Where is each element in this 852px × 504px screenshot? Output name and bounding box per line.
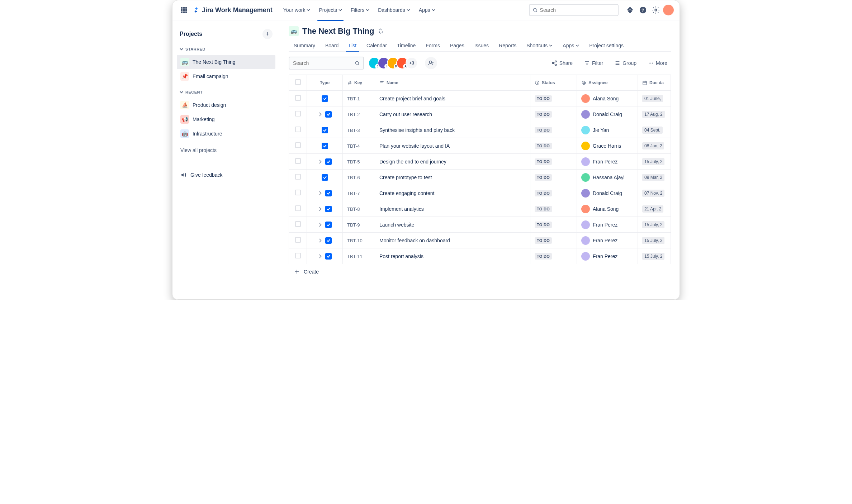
recent-section-toggle[interactable]: RECENT	[177, 88, 275, 96]
member-avatars[interactable]: J I R A +3	[368, 57, 418, 69]
key-cell[interactable]: TBT-4	[343, 138, 375, 154]
type-cell[interactable]	[307, 170, 343, 185]
status-cell[interactable]: TO DO	[530, 248, 577, 264]
nav-apps[interactable]: Apps	[415, 4, 439, 16]
view-all-projects[interactable]: View all projects	[177, 144, 275, 156]
add-project-button[interactable]: +	[262, 29, 273, 39]
assignee-cell[interactable]: Donald Craig	[577, 106, 638, 122]
expand-icon[interactable]	[318, 223, 322, 227]
due-date-cell[interactable]: 01 June,	[638, 91, 671, 106]
select-cell[interactable]	[289, 122, 307, 138]
table-row[interactable]: TBT-3Synthesise insights and play backTO…	[289, 122, 671, 138]
select-cell[interactable]	[289, 154, 307, 170]
key-cell[interactable]: TBT-6	[343, 170, 375, 185]
name-cell[interactable]: Carry out user research	[375, 106, 530, 122]
key-cell[interactable]: TBT-1	[343, 91, 375, 106]
status-cell[interactable]: TO DO	[530, 154, 577, 170]
nav-dashboards[interactable]: Dashboards	[374, 4, 414, 16]
type-cell[interactable]	[307, 201, 343, 217]
name-cell[interactable]: Post report analysis	[375, 248, 530, 264]
sidebar-item-the-next-big-thing[interactable]: 🚌The Next Big Thing	[177, 55, 275, 69]
type-cell[interactable]	[307, 248, 343, 264]
col-key[interactable]: Key	[343, 75, 375, 91]
expand-icon[interactable]	[318, 112, 322, 117]
key-cell[interactable]: TBT-11	[343, 248, 375, 264]
tab-reports[interactable]: Reports	[494, 40, 521, 51]
name-cell[interactable]: Monitor feedback on dashboard	[375, 233, 530, 248]
select-cell[interactable]	[289, 138, 307, 154]
tab-shortcuts[interactable]: Shortcuts	[521, 40, 558, 51]
avatar-overflow[interactable]: +3	[406, 57, 418, 69]
status-cell[interactable]: TO DO	[530, 106, 577, 122]
type-cell[interactable]	[307, 185, 343, 201]
type-cell[interactable]	[307, 154, 343, 170]
help-icon[interactable]: ?	[637, 4, 649, 16]
table-row[interactable]: TBT-7Create engaging contentTO DODonald …	[289, 185, 671, 201]
select-cell[interactable]	[289, 106, 307, 122]
user-avatar[interactable]	[663, 5, 674, 15]
assignee-cell[interactable]: Alana Song	[577, 91, 638, 106]
expand-icon[interactable]	[318, 160, 322, 164]
table-row[interactable]: TBT-2Carry out user researchTO DODonald …	[289, 106, 671, 122]
create-issue-button[interactable]: Create	[289, 264, 671, 279]
table-row[interactable]: TBT-11Post report analysisTO DOFran Pere…	[289, 248, 671, 264]
tab-forms[interactable]: Forms	[421, 40, 445, 51]
group-button[interactable]: Group	[611, 58, 640, 68]
col-select[interactable]	[289, 75, 307, 91]
status-cell[interactable]: TO DO	[530, 170, 577, 185]
due-date-cell[interactable]: 04 Sept,	[638, 122, 671, 138]
sidebar-item-marketing[interactable]: 📢Marketing	[177, 112, 275, 127]
select-cell[interactable]	[289, 170, 307, 185]
global-search[interactable]	[529, 4, 619, 16]
tab-summary[interactable]: Summary	[289, 40, 320, 51]
col-due-date[interactable]: Due da	[638, 75, 671, 91]
select-cell[interactable]	[289, 201, 307, 217]
status-cell[interactable]: TO DO	[530, 185, 577, 201]
tab-pages[interactable]: Pages	[445, 40, 469, 51]
assignee-cell[interactable]: Fran Perez	[577, 233, 638, 248]
due-date-cell[interactable]: 15 July, 2	[638, 217, 671, 233]
type-cell[interactable]	[307, 233, 343, 248]
type-cell[interactable]	[307, 122, 343, 138]
sidebar-item-product-design[interactable]: ⛵Product design	[177, 98, 275, 112]
assignee-cell[interactable]: Hassana Ajayi	[577, 170, 638, 185]
assignee-cell[interactable]: Donald Craig	[577, 185, 638, 201]
key-cell[interactable]: TBT-7	[343, 185, 375, 201]
assignee-cell[interactable]: Fran Perez	[577, 217, 638, 233]
select-cell[interactable]	[289, 233, 307, 248]
product-logo[interactable]: Jira Work Management	[193, 6, 273, 14]
expand-icon[interactable]	[318, 254, 322, 258]
app-switcher-icon[interactable]	[178, 4, 190, 16]
col-name[interactable]: Name	[375, 75, 530, 91]
filter-button[interactable]: Filter	[581, 58, 607, 68]
name-cell[interactable]: Implement analytics	[375, 201, 530, 217]
key-cell[interactable]: TBT-10	[343, 233, 375, 248]
tab-apps[interactable]: Apps	[558, 40, 584, 51]
table-row[interactable]: TBT-1Create project brief and goalsTO DO…	[289, 91, 671, 106]
select-cell[interactable]	[289, 248, 307, 264]
name-cell[interactable]: Launch website	[375, 217, 530, 233]
due-date-cell[interactable]: 09 Mar, 2	[638, 170, 671, 185]
type-cell[interactable]	[307, 217, 343, 233]
expand-icon[interactable]	[318, 238, 322, 243]
nav-your-work[interactable]: Your work	[280, 4, 314, 16]
assignee-cell[interactable]: Alana Song	[577, 201, 638, 217]
nav-projects[interactable]: Projects	[315, 4, 346, 16]
tab-list[interactable]: List	[344, 40, 361, 51]
table-row[interactable]: TBT-5Design the end to end journeyTO DOF…	[289, 154, 671, 170]
assignee-cell[interactable]: Jie Yan	[577, 122, 638, 138]
due-date-cell[interactable]: 07 Nov, 2	[638, 185, 671, 201]
sidebar-item-email-campaign[interactable]: 📌Email campaign	[177, 69, 275, 84]
col-assignee[interactable]: Assignee	[577, 75, 638, 91]
select-cell[interactable]	[289, 91, 307, 106]
status-cell[interactable]: TO DO	[530, 122, 577, 138]
table-row[interactable]: TBT-8Implement analyticsTO DOAlana Song2…	[289, 201, 671, 217]
share-button[interactable]: Share	[548, 58, 576, 68]
assignee-cell[interactable]: Grace Harris	[577, 138, 638, 154]
type-cell[interactable]	[307, 91, 343, 106]
status-cell[interactable]: TO DO	[530, 138, 577, 154]
due-date-cell[interactable]: 15 July, 2	[638, 154, 671, 170]
give-feedback[interactable]: Give feedback	[177, 168, 275, 182]
col-status[interactable]: Status	[530, 75, 577, 91]
due-date-cell[interactable]: 15 July, 2	[638, 248, 671, 264]
